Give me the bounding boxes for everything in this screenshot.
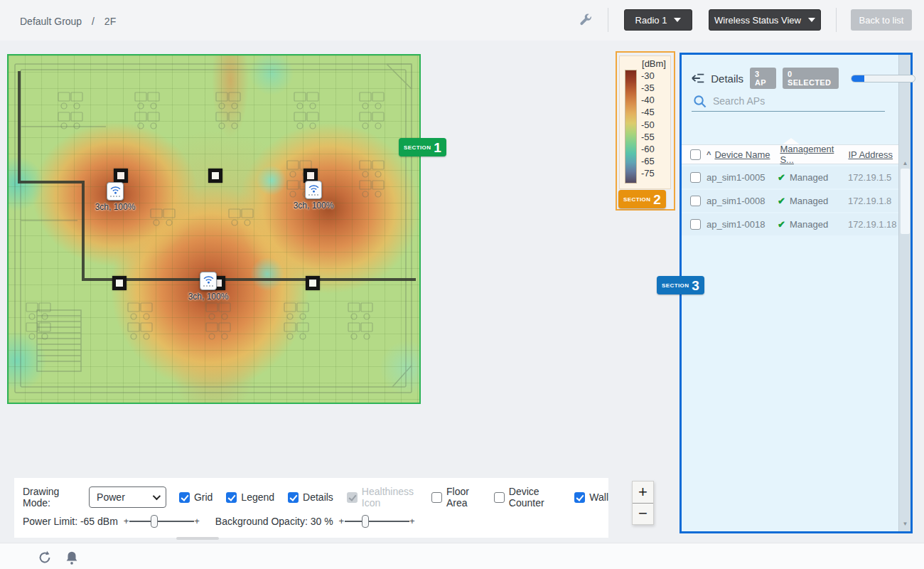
access-point-marker[interactable]: 3ch, 100% (176, 272, 240, 302)
search-icon (693, 95, 707, 108)
details-toggle[interactable]: Details (288, 491, 333, 503)
ip-address: 172.19.1.5 (848, 172, 891, 183)
management-status: Managed (790, 219, 848, 230)
col-ip-address[interactable]: IP Address (848, 149, 893, 160)
slider-thumb[interactable] (151, 515, 158, 528)
refresh-icon[interactable] (37, 550, 53, 565)
managed-check-icon: ✔ (778, 219, 785, 230)
section-3-badge: SECTION 3 (657, 276, 704, 294)
breadcrumb-group[interactable]: Default Group (20, 16, 82, 27)
ap-icon[interactable] (107, 182, 124, 201)
ap-icon[interactable] (305, 181, 322, 199)
checkbox-icon[interactable] (494, 492, 505, 503)
scrollbar-thumb[interactable] (901, 169, 910, 234)
legend-title: [dBm] (625, 58, 666, 69)
legend-tick: -35 (641, 83, 655, 92)
slider-fill (852, 75, 864, 82)
scroll-up-icon[interactable]: ▲ (899, 160, 911, 166)
panel-scrollbar[interactable]: ▲ ▼ (898, 55, 910, 531)
toggle-label: Wall (589, 491, 608, 503)
zoom-out-button[interactable]: − (633, 504, 653, 525)
legend-toggle[interactable]: Legend (226, 491, 274, 503)
map-zoom-control: + − (632, 481, 654, 525)
power-limit-slider[interactable]: + + (125, 515, 198, 528)
toggle-label: Details (303, 491, 333, 503)
bell-icon[interactable] (64, 550, 80, 565)
horizontal-scroll-pill[interactable] (176, 537, 219, 540)
wifi-icon (110, 186, 121, 194)
checkbox-icon[interactable] (288, 492, 299, 503)
header-divider (836, 8, 837, 32)
slider-thumb[interactable] (362, 515, 369, 528)
device-counter-toggle[interactable]: Device Counter (494, 486, 561, 509)
section-number: 1 (434, 141, 441, 154)
panel-size-slider[interactable] (851, 75, 915, 83)
wifi-icon (308, 185, 319, 193)
checkbox-icon (347, 492, 358, 503)
wifi-icon (203, 276, 214, 284)
managed-check-icon: ✔ (778, 172, 785, 183)
table-row[interactable]: ap_sim1-0018 ✔ Managed 172.19.1.18 (682, 213, 898, 235)
wall-handle[interactable] (306, 276, 320, 290)
panel-header: Details 3 AP 0 SELECTED (692, 68, 915, 89)
radio-select-button[interactable]: Radio 1 (624, 9, 692, 31)
sort-asc-icon[interactable]: ^ (707, 150, 711, 159)
ap-count-badge: 3 AP (750, 68, 776, 89)
toggle-label: Floor Area (446, 486, 480, 509)
checkbox-icon[interactable] (226, 492, 237, 503)
management-status: Managed (790, 196, 848, 206)
section-word: SECTION (662, 282, 689, 289)
access-point-marker[interactable]: 3ch, 100% (83, 182, 147, 212)
scroll-down-icon[interactable]: ▼ (899, 521, 911, 527)
collapse-panel-icon[interactable] (692, 73, 704, 84)
row-checkbox[interactable] (690, 196, 701, 206)
checkbox-icon[interactable] (574, 492, 585, 503)
access-point-marker[interactable]: 3ch, 100% (281, 181, 345, 211)
drawing-mode-select[interactable]: Power (89, 486, 166, 508)
wall-handle[interactable] (112, 276, 127, 290)
ap-icon[interactable] (200, 272, 217, 290)
bg-opacity-slider[interactable]: + + (340, 515, 414, 528)
section-word: SECTION (623, 196, 650, 203)
slider-end-tick: + (124, 516, 129, 526)
legend-tick: -60 (641, 144, 655, 154)
breadcrumb-separator: / (92, 16, 95, 27)
zoom-in-button[interactable]: + (633, 482, 653, 503)
legend-tick: -30 (641, 71, 655, 80)
search-input[interactable] (692, 92, 885, 111)
radio-select-label: Radio 1 (635, 15, 667, 26)
floorplan-map[interactable]: 3ch, 100% 3ch, 100% 3ch, 100% (7, 54, 421, 404)
col-device-name[interactable]: Device Name (714, 149, 780, 160)
caret-down-icon (808, 18, 815, 22)
view-select-button[interactable]: Wireless Status View (709, 9, 821, 31)
caret-down-icon (674, 18, 681, 22)
wall-handle[interactable] (208, 169, 222, 183)
legend-tick: -55 (641, 132, 655, 142)
wrench-icon[interactable] (577, 13, 593, 28)
floor-area-toggle[interactable]: Floor Area (431, 486, 480, 509)
legend-tick: -65 (641, 156, 655, 166)
table-row[interactable]: ap_sim1-0005 ✔ Managed 172.19.1.5 (682, 166, 898, 188)
col-management-status[interactable]: Management S... (780, 144, 848, 165)
back-to-list-label: Back to list (859, 15, 904, 26)
toggle-label: Grid (194, 491, 213, 503)
header-divider (608, 8, 608, 32)
wall-toggle[interactable]: Wall (574, 491, 608, 503)
search-underline (692, 111, 885, 112)
breadcrumb: Default Group / 2F (20, 16, 123, 27)
bottom-bar (0, 543, 924, 569)
row-checkbox[interactable] (690, 219, 701, 230)
grid-toggle[interactable]: Grid (179, 491, 213, 503)
back-to-list-button[interactable]: Back to list (851, 9, 912, 31)
wall-handle[interactable] (114, 169, 128, 183)
device-name: ap_sim1-0005 (707, 172, 778, 183)
select-all-checkbox[interactable] (690, 149, 701, 160)
checkbox-icon[interactable] (431, 492, 442, 503)
row-checkbox[interactable] (690, 172, 701, 183)
toggle-label: Healthiness Icon (362, 486, 418, 509)
ap-channel-label: 3ch, 100% (281, 201, 345, 211)
checkbox-icon[interactable] (179, 492, 190, 503)
table-row[interactable]: ap_sim1-0008 ✔ Managed 172.19.1.8 (682, 190, 898, 212)
chevron-down-icon (153, 492, 161, 500)
map-toolbar: Drawing Mode: Power Grid Legend Details … (14, 478, 608, 538)
